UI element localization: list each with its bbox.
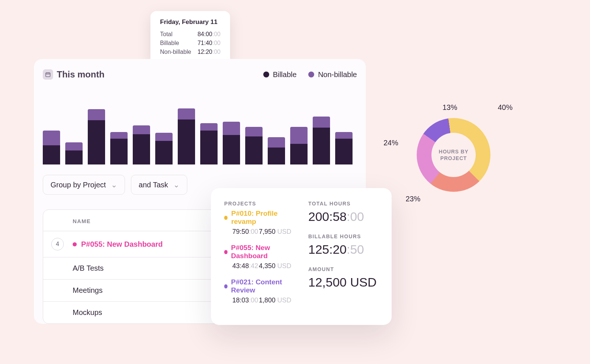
project-metrics: 79:50:007,950 USD [224,228,291,236]
project-summary-item: P#021: Content Review 18:03:001,800 USD [224,278,291,304]
period-title: This month [57,69,104,80]
legend-dot-icon [308,72,314,77]
tooltip-value: 71:40:00 [198,40,221,46]
legend-label: Non-billable [318,70,357,79]
and-task-select[interactable]: and Task ⌄ [131,175,187,195]
chart-bar[interactable] [335,132,353,164]
project-title: P#055: New Dashboard [224,244,291,260]
donut-chart[interactable]: HOURS BYPROJECT [417,118,490,192]
tooltip-row-billable: Billable 71:40:00 [160,40,221,46]
group-by-select[interactable]: Group by Project ⌄ [43,175,125,195]
chart-bar[interactable] [88,109,105,164]
chart-bar[interactable] [43,131,60,164]
project-dot-icon [73,242,77,246]
chart-legend: Billable Non-billable [263,70,357,79]
stat-value: 125:20:50 [308,242,378,257]
chart-bar[interactable] [178,108,195,164]
legend-nonbillable: Non-billable [308,70,357,79]
project-dot-icon [224,250,228,254]
chart-bar[interactable] [133,125,150,164]
stat-caption: TOTAL HOURS [308,201,378,207]
chart-bar[interactable] [65,142,83,164]
chart-bar[interactable] [290,127,308,164]
project-summary-item: P#010: Profile revamp 79:50:007,950 USD [224,209,291,236]
project-dot-icon [224,216,228,220]
donut-slice-label: 40% [498,103,513,112]
chevron-down-icon: ⌄ [111,180,117,189]
stacked-bar-chart[interactable] [34,102,366,164]
chart-bar[interactable] [223,122,240,164]
chevron-down-icon: ⌄ [173,180,180,189]
donut-slice-label: 24% [384,139,398,147]
project-summary-item: P#055: New Dashboard 43:48:424,350 USD [224,244,291,270]
chart-bar[interactable] [155,133,173,164]
project-metrics: 43:48:424,350 USD [224,262,291,270]
project-dot-icon [224,284,228,288]
card-header: This month Billable Non-billable [34,69,366,84]
legend-dot-icon [263,72,269,77]
donut-center-label: HOURS BYPROJECT [431,133,476,177]
tooltip-row-nonbillable: Non-billable 12:20:00 [160,49,221,55]
total-hours-block: TOTAL HOURS 200:58:00 [308,201,378,224]
chart-bar[interactable] [313,117,330,164]
chart-bar[interactable] [200,123,218,164]
legend-label: Billable [273,70,296,79]
stat-caption: BILLABLE HOURS [308,233,378,239]
donut-chart-area: HOURS BYPROJECT 13% 40% 23% 24% [384,103,542,225]
tooltip-title: Friday, February 11 [160,18,221,26]
stat-caption: AMOUNT [308,266,378,272]
chart-bar[interactable] [245,127,263,164]
project-title: P#010: Profile revamp [224,209,291,226]
totals-column: TOTAL HOURS 200:58:00 BILLABLE HOURS 125… [308,201,378,312]
tooltip-row-total: Total 84:00:00 [160,31,221,38]
svg-rect-0 [46,73,50,77]
period-selector[interactable]: This month [43,69,104,80]
stat-value: 200:58:00 [308,209,378,224]
select-label: and Task [139,181,168,189]
chart-bar[interactable] [110,132,128,164]
billable-hours-block: BILLABLE HOURS 125:20:50 [308,233,378,257]
tooltip-value: 12:20:00 [198,49,221,55]
project-metrics: 18:03:001,800 USD [224,297,291,304]
summary-card: PROJECTS P#010: Profile revamp 79:50:007… [211,188,392,325]
task-count-badge: 4 [51,238,64,250]
donut-slice-label: 23% [406,195,420,203]
projects-column: PROJECTS P#010: Profile revamp 79:50:007… [224,201,291,312]
calendar-icon [43,69,53,80]
project-title: P#021: Content Review [224,278,291,294]
tooltip-label: Non-billable [160,49,191,55]
stat-value: 12,500 USD [308,275,378,290]
chart-tooltip: Friday, February 11 Total 84:00:00 Billa… [150,11,230,65]
tooltip-label: Total [160,31,173,38]
chart-bar[interactable] [268,137,285,164]
tooltip-label: Billable [160,40,179,46]
tooltip-value: 84:00:00 [198,31,221,38]
donut-slice-label: 13% [442,103,457,112]
legend-billable: Billable [263,70,296,79]
select-label: Group by Project [51,181,106,189]
amount-block: AMOUNT 12,500 USD [308,266,378,290]
section-caption: PROJECTS [224,201,291,207]
